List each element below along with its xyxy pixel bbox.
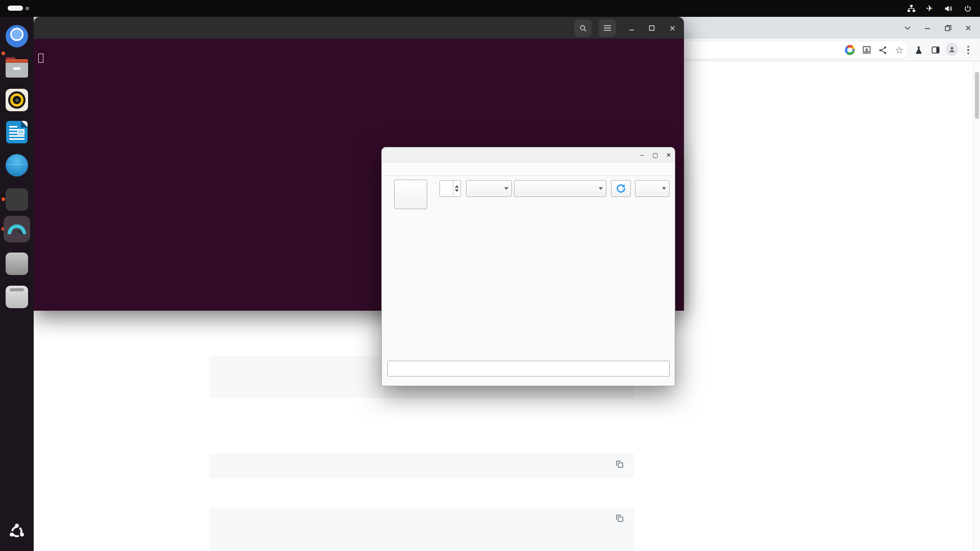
terminal-header-bar[interactable] bbox=[34, 17, 684, 39]
terminal-app-icon bbox=[6, 188, 28, 211]
kdiskmark-titlebar[interactable]: – ▢ ✕ bbox=[382, 147, 675, 162]
block-size-dropdown[interactable] bbox=[466, 180, 512, 197]
copy-icon[interactable] bbox=[615, 460, 624, 469]
aur-code-block bbox=[209, 507, 634, 551]
menu-profile[interactable] bbox=[406, 162, 416, 176]
dock-item-help[interactable] bbox=[5, 153, 29, 178]
restore-icon[interactable] bbox=[942, 22, 954, 34]
kdiskmark-gauge-icon bbox=[8, 224, 26, 234]
terminal-cursor bbox=[38, 54, 43, 63]
menu-help[interactable] bbox=[427, 162, 437, 176]
libreoffice-writer-icon bbox=[6, 121, 28, 143]
close-icon[interactable] bbox=[962, 22, 974, 34]
dock-item-disks[interactable] bbox=[5, 252, 29, 276]
top-bar: ✈ bbox=[0, 0, 980, 17]
dock-item-software-updater[interactable] bbox=[5, 285, 29, 309]
scrollbar-thumb[interactable] bbox=[975, 72, 979, 119]
close-icon[interactable] bbox=[667, 23, 677, 33]
dock-item-kdiskmark[interactable] bbox=[4, 216, 30, 242]
dock-item-files[interactable] bbox=[5, 55, 29, 79]
google-g-icon[interactable] bbox=[844, 44, 856, 56]
hamburger-menu-icon[interactable] bbox=[599, 19, 616, 37]
run-all-button[interactable] bbox=[394, 180, 427, 209]
maximize-icon[interactable]: ▢ bbox=[650, 150, 660, 160]
unit-dropdown[interactable] bbox=[635, 180, 670, 197]
menu-settings[interactable] bbox=[396, 162, 406, 176]
rhythmbox-speaker-icon bbox=[6, 89, 28, 111]
dock-item-terminal[interactable] bbox=[5, 187, 29, 212]
software-updater-icon bbox=[6, 286, 28, 308]
pacman-code-block bbox=[209, 453, 634, 479]
spinbox-arrows[interactable] bbox=[453, 181, 460, 196]
kdiskmark-menubar bbox=[382, 162, 675, 176]
menu-kebab-icon[interactable] bbox=[964, 44, 973, 56]
labs-flask-icon[interactable] bbox=[913, 44, 925, 56]
network-tree-icon bbox=[907, 4, 916, 13]
dock-item-writer[interactable] bbox=[5, 120, 29, 144]
drive-description-field[interactable] bbox=[387, 361, 670, 377]
install-icon[interactable] bbox=[861, 44, 873, 56]
power-icon bbox=[964, 5, 972, 13]
chromium-icon bbox=[6, 25, 28, 47]
copy-icon[interactable] bbox=[615, 514, 624, 523]
page-scrollbar[interactable] bbox=[973, 61, 980, 551]
tab-search-chevron-icon[interactable] bbox=[901, 22, 914, 34]
kdiskmark-title bbox=[382, 147, 675, 162]
help-icon bbox=[6, 154, 28, 177]
ssd-disk-icon bbox=[6, 253, 28, 275]
dock-separator bbox=[7, 164, 27, 165]
clock[interactable] bbox=[0, 0, 980, 17]
close-icon[interactable]: ✕ bbox=[664, 150, 674, 160]
share-icon[interactable] bbox=[876, 44, 889, 56]
profile-avatar[interactable] bbox=[946, 43, 958, 56]
minimize-icon[interactable] bbox=[921, 22, 934, 34]
target-drive-dropdown[interactable] bbox=[514, 180, 606, 197]
dock-item-chromium[interactable] bbox=[5, 24, 29, 48]
loops-spinbox[interactable] bbox=[439, 180, 461, 197]
volume-icon bbox=[944, 4, 953, 13]
minimize-icon[interactable] bbox=[626, 23, 636, 33]
airplane-mode-icon: ✈ bbox=[926, 5, 933, 13]
refresh-button[interactable] bbox=[611, 180, 631, 197]
ubuntu-logo-icon bbox=[8, 523, 26, 540]
menu-theme[interactable] bbox=[416, 162, 427, 176]
dock-item-rhythmbox[interactable] bbox=[5, 88, 29, 112]
minimize-icon[interactable]: – bbox=[637, 150, 647, 160]
dock-item-show-apps[interactable] bbox=[8, 523, 26, 540]
menu-file[interactable] bbox=[386, 162, 396, 176]
dock bbox=[0, 17, 34, 551]
maximize-icon[interactable] bbox=[647, 23, 657, 33]
search-icon[interactable] bbox=[574, 19, 592, 37]
desktop: ☆ bbox=[0, 0, 980, 551]
side-panel-icon[interactable] bbox=[929, 44, 942, 56]
bookmark-star-icon[interactable]: ☆ bbox=[893, 44, 905, 56]
terminal-prompt-line bbox=[38, 41, 684, 53]
system-tray[interactable]: ✈ bbox=[907, 0, 972, 17]
kdiskmark-window: – ▢ ✕ bbox=[381, 147, 675, 386]
files-folder-icon bbox=[6, 61, 28, 78]
